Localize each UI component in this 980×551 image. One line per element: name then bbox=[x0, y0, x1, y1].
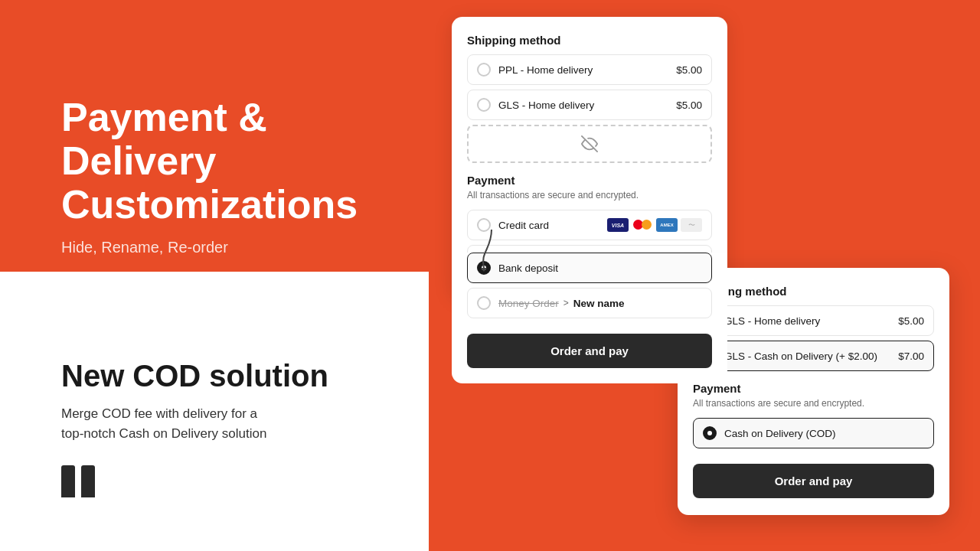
cod-label: Cash on Delivery (COD) bbox=[724, 428, 836, 439]
payment-bank-deposit[interactable]: Bank deposit bbox=[467, 253, 712, 283]
gls-cod-label: GLS - Cash on Delivery (+ $2.00) bbox=[724, 350, 877, 362]
bottom-subtitle: Merge COD fee with delivery for a top-no… bbox=[61, 404, 390, 445]
order-pay-button-card2[interactable]: Order and pay bbox=[693, 464, 934, 498]
payment-credit-card[interactable]: Credit card VISA AMEX 〜 bbox=[467, 210, 712, 240]
visa-icon: VISA bbox=[607, 218, 629, 232]
payment-title: Payment bbox=[467, 174, 712, 187]
payment-money-order[interactable]: Money Order > New name bbox=[467, 288, 712, 318]
subtitle: Hide, Rename, Re-order bbox=[61, 239, 390, 256]
gls-home-option[interactable]: GLS - Home delivery $5.00 bbox=[693, 305, 934, 336]
order-pay-button-card1[interactable]: Order and pay bbox=[467, 334, 712, 368]
gls-price: $5.00 bbox=[676, 99, 702, 111]
left-panel: Payment & Delivery Customizations Hide, … bbox=[0, 0, 429, 551]
ppl-price: $5.00 bbox=[676, 64, 702, 76]
payment-section-2: Payment All transactions are secure and … bbox=[693, 382, 934, 448]
bottom-title: New COD solution bbox=[61, 358, 390, 393]
money-order-old-label: Money Order bbox=[498, 298, 559, 309]
payment-subtitle-2: All transactions are secure and encrypte… bbox=[693, 398, 934, 409]
shipping-title: Shipping method bbox=[467, 34, 712, 47]
radio-ppl bbox=[477, 63, 491, 77]
payment-subtitle: All transactions are secure and encrypte… bbox=[467, 190, 712, 201]
shipping-option-ppl[interactable]: PPL - Home delivery $5.00 bbox=[467, 54, 712, 85]
rename-new-label: New name bbox=[573, 298, 625, 309]
gls-label: GLS - Home delivery bbox=[498, 99, 594, 111]
svg-marker-1 bbox=[481, 268, 487, 272]
title-line1: Payment & Delivery bbox=[61, 95, 267, 183]
payment-cod[interactable]: Cash on Delivery (COD) bbox=[693, 418, 934, 448]
eye-slash-icon bbox=[581, 135, 598, 152]
wave-icon: 〜 bbox=[681, 218, 702, 232]
shipping-title-2: Shipping method bbox=[693, 285, 934, 298]
card-icons: VISA AMEX 〜 bbox=[607, 218, 702, 232]
main-title: Payment & Delivery Customizations bbox=[61, 96, 390, 227]
quote-bar-left bbox=[61, 465, 75, 497]
right-panel: Shipping method PPL - Home delivery $5.0… bbox=[429, 0, 980, 551]
hidden-option-row bbox=[467, 125, 712, 163]
ppl-label: PPL - Home delivery bbox=[498, 64, 593, 76]
gls-cod-price: $7.00 bbox=[898, 350, 924, 362]
amex-icon: AMEX bbox=[656, 218, 678, 232]
gls-home-label: GLS - Home delivery bbox=[724, 315, 820, 327]
quote-bar-right bbox=[81, 465, 95, 497]
bank-label: Bank deposit bbox=[498, 262, 558, 274]
gls-home-price: $5.00 bbox=[898, 315, 924, 327]
credit-label: Credit card bbox=[498, 220, 549, 231]
radio-money-order bbox=[477, 296, 491, 310]
shipping-option-gls[interactable]: GLS - Home delivery $5.00 bbox=[467, 90, 712, 120]
radio-cod bbox=[703, 426, 717, 440]
title-line2: Customizations bbox=[61, 182, 358, 227]
radio-gls bbox=[477, 98, 491, 112]
gls-cod-option[interactable]: GLS - Cash on Delivery (+ $2.00) $7.00 bbox=[693, 341, 934, 371]
payment-title-2: Payment bbox=[693, 382, 934, 395]
rename-arrow: > bbox=[564, 298, 569, 308]
curve-arrow-svg bbox=[476, 226, 499, 272]
arrow-curve-decoration bbox=[476, 226, 499, 275]
mastercard-icon bbox=[632, 218, 653, 232]
